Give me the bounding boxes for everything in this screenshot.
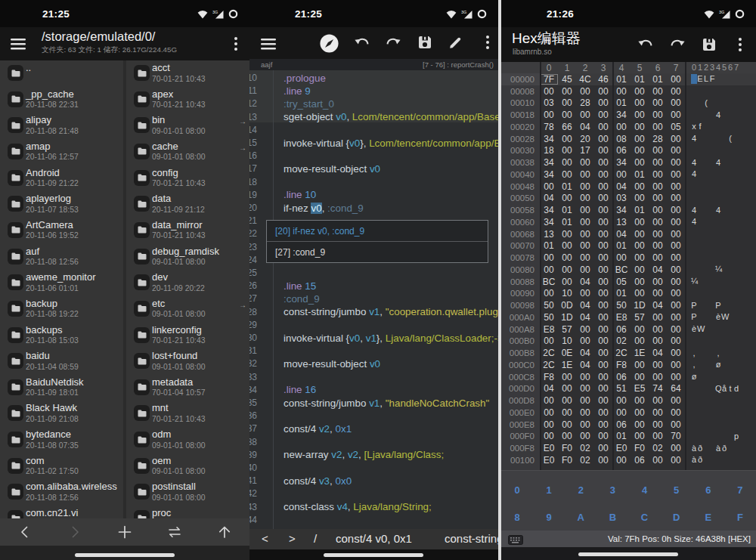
ascii-char[interactable] (715, 122, 721, 131)
ascii-char[interactable] (715, 419, 721, 429)
hex-byte[interactable]: 00 (649, 240, 667, 251)
ascii-char[interactable] (691, 289, 697, 299)
ascii-char[interactable] (721, 455, 727, 465)
file-row[interactable]: aplayerlog20-11-07 18:53 (0, 191, 123, 217)
ascii-char[interactable]: , (691, 348, 697, 358)
hex-byte[interactable]: 00 (558, 240, 576, 251)
code-line[interactable]: 40 (249, 462, 498, 475)
ascii-char[interactable]: à (715, 444, 721, 453)
ascii-char[interactable] (721, 348, 727, 358)
hex-byte[interactable]: 00 (540, 395, 558, 406)
code-line[interactable]: 39new-array v2, v2, [Ljava/lang/Class; (249, 449, 498, 462)
ascii-char[interactable]: ð (721, 444, 727, 453)
ascii-char[interactable] (691, 98, 697, 108)
hex-byte[interactable]: 00 (594, 312, 612, 323)
hex-byte[interactable]: 00 (631, 324, 649, 335)
ascii-char[interactable] (721, 253, 727, 263)
ascii-char[interactable] (733, 98, 739, 108)
code-line[interactable]: 35const-string/jumbo v1, "handleNoCatchC… (249, 397, 498, 410)
hex-byte[interactable]: 01 (558, 181, 576, 192)
ascii-char[interactable] (709, 384, 715, 394)
ascii-char[interactable] (703, 312, 709, 322)
hex-byte[interactable]: 00 (594, 336, 612, 346)
hex-byte[interactable]: 00 (667, 217, 685, 227)
code-line[interactable]: 15invoke-virtual {v0}, Lcom/tencent/comm… (249, 137, 498, 150)
redo-icon[interactable] (383, 33, 403, 56)
hex-byte[interactable]: 00 (594, 252, 612, 263)
hex-byte[interactable]: 01 (612, 74, 631, 85)
hex-byte[interactable]: 74 (649, 383, 667, 394)
hex-byte[interactable]: 05 (667, 122, 685, 132)
hex-byte[interactable]: 00 (667, 288, 685, 299)
ascii-char[interactable] (733, 74, 739, 84)
hex-byte[interactable]: 01 (612, 240, 631, 251)
ascii-char[interactable]: , (715, 348, 721, 358)
ascii-char[interactable] (703, 336, 709, 346)
ascii-char[interactable] (721, 372, 727, 382)
ascii-char[interactable] (697, 419, 703, 429)
hex-byte[interactable]: 00 (558, 229, 576, 240)
hex-byte[interactable]: 00 (667, 336, 685, 346)
hex-byte[interactable]: 00 (649, 277, 667, 287)
ascii-char[interactable] (715, 241, 721, 251)
hex-byte[interactable]: 34 (540, 157, 558, 168)
ascii-char[interactable] (709, 407, 715, 417)
ascii-char[interactable] (703, 348, 709, 358)
hex-byte[interactable]: 34 (612, 110, 631, 120)
hex-byte[interactable]: 00 (631, 360, 649, 370)
ascii-char[interactable] (703, 217, 709, 227)
ascii-char[interactable] (697, 372, 703, 382)
hex-byte[interactable]: 00 (631, 145, 649, 156)
ascii-char[interactable] (691, 193, 697, 203)
ascii-char[interactable] (709, 169, 715, 179)
ascii-char[interactable] (697, 158, 703, 168)
hex-byte[interactable]: 00 (576, 395, 594, 406)
ascii-char[interactable] (709, 312, 715, 322)
hex-byte[interactable]: 00 (594, 443, 612, 453)
ascii-char[interactable] (721, 241, 727, 251)
hex-byte[interactable]: E5 (631, 383, 649, 394)
hex-byte[interactable]: 01 (631, 205, 649, 215)
ascii-char[interactable] (727, 229, 733, 239)
ascii-char[interactable] (727, 455, 733, 465)
ascii-char[interactable]: 4 (715, 110, 721, 120)
hex-byte[interactable]: 00 (631, 97, 649, 108)
hex-byte[interactable]: 00 (540, 288, 558, 299)
hex-byte[interactable]: 50 (540, 300, 558, 311)
ascii-char[interactable]: è (691, 324, 697, 334)
hex-byte[interactable]: 00 (667, 372, 685, 382)
hex-byte[interactable]: 00 (576, 431, 594, 441)
hex-byte[interactable]: 00 (667, 205, 685, 215)
hex-byte[interactable]: 00 (631, 252, 649, 263)
up-directory-button[interactable] (200, 518, 249, 546)
ascii-char[interactable] (703, 384, 709, 394)
home-indicator[interactable] (75, 553, 175, 557)
hex-byte[interactable]: 00 (649, 407, 667, 418)
hex-byte[interactable]: 00 (649, 110, 667, 120)
hex-byte[interactable]: 00 (667, 443, 685, 453)
ascii-char[interactable] (697, 360, 703, 370)
hex-byte[interactable]: 00 (576, 383, 594, 394)
ascii-char[interactable] (721, 217, 727, 227)
ascii-char[interactable] (703, 444, 709, 453)
hex-byte[interactable]: 00 (667, 97, 685, 108)
ascii-char[interactable]: L (703, 74, 709, 84)
ascii-char[interactable] (691, 384, 697, 394)
hex-byte[interactable]: 00 (667, 360, 685, 370)
ascii-char[interactable]: , (691, 360, 697, 370)
hex-key-6[interactable]: 6 (692, 484, 724, 496)
hex-byte[interactable]: 45 (558, 74, 576, 85)
ascii-char[interactable] (709, 396, 715, 406)
ascii-char[interactable] (727, 253, 733, 263)
code-line[interactable]: 29 (249, 319, 498, 332)
ascii-char[interactable] (727, 289, 733, 299)
ascii-char[interactable] (691, 432, 697, 441)
ascii-char[interactable]: å (721, 384, 727, 394)
hex-byte[interactable]: 00 (540, 431, 558, 441)
hex-byte[interactable]: 00 (558, 169, 576, 180)
hex-byte[interactable]: 00 (594, 240, 612, 251)
hex-byte[interactable]: 00 (649, 455, 667, 466)
hex-byte[interactable]: 04 (649, 265, 667, 275)
ascii-char[interactable] (733, 265, 739, 274)
code-line[interactable]: 33 (249, 371, 498, 384)
